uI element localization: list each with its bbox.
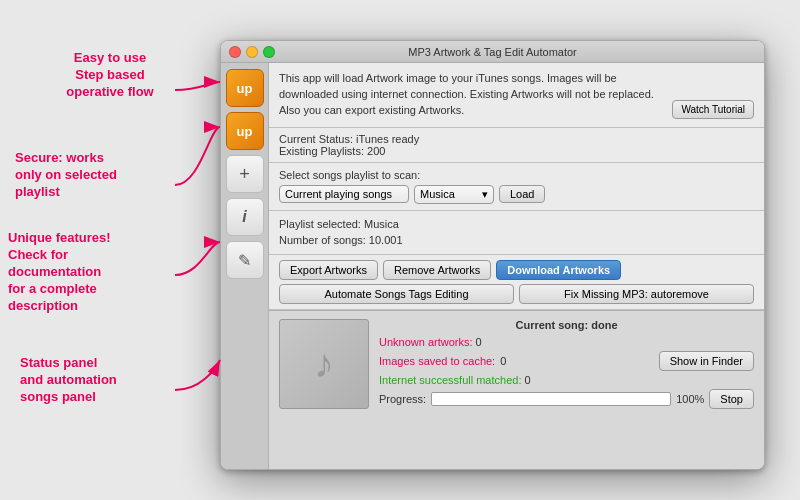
bottom-panel: ♪ Current song: done Unknown artworks: 0…: [269, 310, 764, 469]
music-thumbnail: ♪: [279, 319, 369, 409]
annotation-unique: Unique features!Check fordocumentationfo…: [8, 230, 193, 314]
minimize-button[interactable]: [246, 46, 258, 58]
sidebar-icon-add[interactable]: +: [226, 155, 264, 193]
internet-matched-label: Internet successfull matched:: [379, 374, 525, 386]
current-song-status: Current song: done: [379, 319, 754, 331]
sidebar-icon-edit[interactable]: ✎: [226, 241, 264, 279]
images-saved-row: Images saved to cache: 0 Show in Finder: [379, 351, 754, 371]
info-icon: i: [242, 208, 246, 226]
annotation-easy-to-use: Easy to useStep basedoperative flow: [25, 50, 195, 101]
stop-button[interactable]: Stop: [709, 389, 754, 409]
music-note-icon: ♪: [314, 341, 334, 386]
info-line1: Playlist selected: Musica: [279, 216, 754, 233]
up-label1: up: [237, 81, 253, 96]
download-artworks-button[interactable]: Download Artworks: [496, 260, 621, 280]
current-playing-dropdown[interactable]: Current playing songs: [279, 185, 409, 203]
playlist-row: Current playing songs Musica ▾ Load: [279, 185, 754, 204]
app-description: This app will load Artwork image to your…: [279, 71, 664, 119]
sidebar-icon-info[interactable]: i: [226, 198, 264, 236]
main-window: MP3 Artwork & Tag Edit Automator up up +…: [220, 40, 765, 470]
actions-row2: Automate Songs Tags Editing Fix Missing …: [279, 284, 754, 304]
playlist-panel: Select songs playlist to scan: Current p…: [269, 163, 764, 211]
unknown-artworks-label: Unknown artworks:: [379, 336, 476, 348]
fix-missing-button[interactable]: Fix Missing MP3: autoremove: [519, 284, 754, 304]
actions-row1: Export Artworks Remove Artworks Download…: [279, 260, 754, 280]
progress-bar: [431, 392, 671, 406]
status-line1: Current Status: iTunes ready: [279, 133, 754, 145]
status-info: Current song: done Unknown artworks: 0 I…: [379, 319, 754, 461]
up-label2: up: [237, 124, 253, 139]
sidebar-icon-up2[interactable]: up: [226, 112, 264, 150]
info-line2: Number of songs: 10.001: [279, 232, 754, 249]
top-panel: This app will load Artwork image to your…: [269, 63, 764, 128]
progress-percent: 100%: [676, 393, 704, 405]
close-button[interactable]: [229, 46, 241, 58]
playlist-label: Select songs playlist to scan:: [279, 169, 754, 181]
annotation-secure: Secure: worksonly on selectedplaylist: [15, 150, 200, 201]
load-button[interactable]: Load: [499, 185, 545, 203]
unknown-artworks-value: 0: [476, 336, 482, 348]
titlebar: MP3 Artwork & Tag Edit Automator: [221, 41, 764, 63]
images-saved-label: Images saved to cache:: [379, 355, 495, 367]
progress-label: Progress:: [379, 393, 426, 405]
musica-label: Musica: [420, 188, 455, 200]
remove-artworks-button[interactable]: Remove Artworks: [383, 260, 491, 280]
status-line2: Existing Playlists: 200: [279, 145, 754, 157]
images-saved-value: 0: [500, 355, 506, 367]
sidebar: up up + i ✎: [221, 63, 269, 469]
window-title: MP3 Artwork & Tag Edit Automator: [408, 46, 577, 58]
titlebar-buttons: [229, 46, 275, 58]
dropdown-arrow-icon: ▾: [482, 188, 488, 201]
musica-dropdown[interactable]: Musica ▾: [414, 185, 494, 204]
window-body: up up + i ✎ This app will l: [221, 63, 764, 469]
status-panel: Current Status: iTunes ready Existing Pl…: [269, 128, 764, 163]
annotation-status-panel: Status paneland automationsongs panel: [20, 355, 195, 406]
internet-matched-value: 0: [525, 374, 531, 386]
info-panel: Playlist selected: Musica Number of song…: [269, 211, 764, 255]
show-in-finder-button[interactable]: Show in Finder: [659, 351, 754, 371]
sidebar-icon-up1[interactable]: up: [226, 69, 264, 107]
unknown-artworks-row: Unknown artworks: 0: [379, 336, 754, 348]
plus-icon: +: [239, 164, 250, 185]
automate-tags-button[interactable]: Automate Songs Tags Editing: [279, 284, 514, 304]
edit-icon: ✎: [238, 251, 251, 270]
actions-panel: Export Artworks Remove Artworks Download…: [269, 255, 764, 310]
main-content: This app will load Artwork image to your…: [269, 63, 764, 469]
maximize-button[interactable]: [263, 46, 275, 58]
export-artworks-button[interactable]: Export Artworks: [279, 260, 378, 280]
progress-row: Progress: 100% Stop: [379, 389, 754, 409]
internet-matched-row: Internet successfull matched: 0: [379, 374, 754, 386]
current-playing-label: Current playing songs: [285, 188, 392, 200]
watch-tutorial-button[interactable]: Watch Tutorial: [672, 100, 754, 119]
